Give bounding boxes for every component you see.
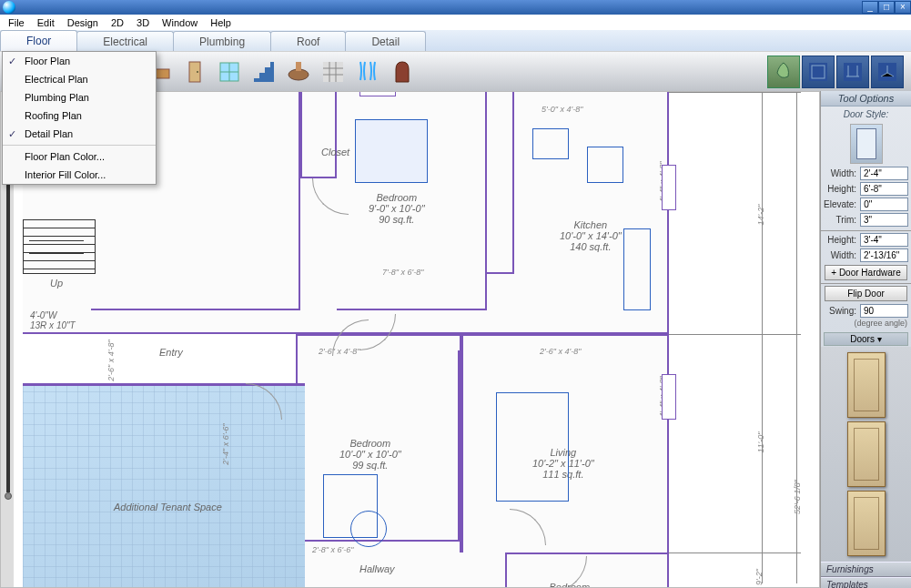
menu-item-label: Electrical Plan [25, 74, 88, 85]
menu-item-interior-fill[interactable]: Interior Fill Color... [3, 166, 156, 184]
kitchen-label: Kitchen10'-0" x 14'-0"140 sq.ft. [560, 219, 622, 252]
door-icon[interactable] [178, 56, 211, 88]
menu-item-electrical-plan[interactable]: Electrical Plan [3, 70, 156, 88]
ruler-handle[interactable] [5, 492, 12, 500]
menu-edit[interactable]: Edit [31, 16, 61, 29]
menu-item-floor-plan[interactable]: ✓Floor Plan [3, 52, 156, 70]
trim-input[interactable]: 3" [860, 213, 908, 227]
menu-item-label: Floor Plan Color... [25, 151, 105, 162]
panel-tab-furnishings[interactable]: Furnishings [821, 562, 911, 577]
grid-icon[interactable] [317, 56, 349, 88]
entry-label: Entry [159, 347, 183, 358]
elevate-input[interactable]: 0" [860, 198, 908, 211]
menu-file[interactable]: File [2, 16, 31, 29]
arch-door-icon[interactable] [386, 56, 419, 88]
menu-2d[interactable]: 2D [105, 16, 130, 29]
door-thumbnail-2[interactable] [847, 421, 886, 487]
bedroom2-label: Bedroom10'-0" x 10'-0"99 sq.ft. [339, 438, 401, 471]
window-icon[interactable] [213, 56, 246, 88]
menu-item-label: Interior Fill Color... [25, 169, 106, 180]
bedroom1-label: Bedroom9'-0" x 10'-0"90 sq.ft. [369, 192, 425, 225]
hallway-label: Hallway [359, 563, 395, 574]
svg-rect-14 [844, 63, 862, 81]
height2-input[interactable]: 3'-4" [860, 233, 908, 247]
width-input[interactable]: 2'-4" [860, 167, 908, 180]
menu-item-roofing-plan[interactable]: Roofing Plan [3, 106, 156, 125]
menu-window[interactable]: Window [156, 16, 204, 29]
menu-item-label: Plumbing Plan [25, 92, 89, 103]
fixture-icon[interactable] [282, 56, 315, 88]
dim-5-4-top: 5'-0" x 4'-8" [542, 105, 582, 114]
menu-3d[interactable]: 3D [130, 16, 156, 29]
menu-help[interactable]: Help [204, 16, 238, 29]
svg-point-5 [197, 71, 198, 73]
doors-palette-dropdown[interactable]: Doors ▾ [824, 332, 908, 346]
swing-unit: (degree angle) [821, 319, 911, 330]
svg-rect-10 [296, 62, 301, 71]
svg-rect-11 [323, 62, 343, 82]
staircase-icon[interactable] [248, 56, 280, 88]
svg-rect-4 [189, 62, 200, 82]
menu-bar: File Edit Design 2D 3D Window Help [0, 15, 911, 30]
menu-design[interactable]: Design [61, 16, 105, 29]
floor-plan-dropdown: ✓Floor Plan Electrical Plan Plumbing Pla… [2, 51, 157, 185]
flip-door-button[interactable]: Flip Door [825, 286, 907, 301]
door-thumbnail-1[interactable] [847, 352, 886, 418]
swing-input[interactable]: 90 [860, 304, 908, 318]
stairs-icon [23, 219, 96, 274]
door-style-label: Door Style: [821, 106, 911, 120]
design-tab-bar: Floor Electrical Plumbing Roof Detail [0, 30, 911, 51]
tab-detail[interactable]: Detail [345, 31, 426, 51]
curtain-icon[interactable] [351, 56, 384, 88]
dim-52-6: 52'-6 1/8" [793, 480, 802, 514]
menu-item-label: Floor Plan [25, 56, 70, 66]
width2-input[interactable]: 2'-13/16" [860, 248, 908, 262]
maximize-button[interactable]: □ [878, 1, 895, 14]
dim-9-2: 9'-2" [754, 569, 764, 585]
menu-item-floor-color[interactable]: Floor Plan Color... [3, 147, 156, 166]
blueprint-3d-icon[interactable] [871, 56, 904, 88]
menu-item-label: Roofing Plan [25, 110, 82, 121]
blueprint-elevation-icon[interactable] [836, 56, 869, 88]
window-buttons: _ □ × [862, 1, 911, 14]
tenant-label: Additional Tenant Space [114, 502, 222, 512]
tab-electrical[interactable]: Electrical [76, 31, 174, 51]
eco-icon[interactable] [767, 56, 800, 88]
tab-roof[interactable]: Roof [270, 31, 346, 51]
door-hardware-button[interactable]: + Door Hardware [825, 265, 907, 280]
tool-options-panel: Tool Options Door Style: Width:2'-4" Hei… [820, 91, 911, 588]
stairs-label: Up [50, 278, 63, 289]
close-button[interactable]: × [895, 1, 911, 14]
menu-item-plumbing-plan[interactable]: Plumbing Plan [3, 88, 156, 106]
door-style-preview[interactable] [850, 124, 883, 164]
menu-item-label: Detail Plan [25, 128, 73, 139]
panel-tab-templates[interactable]: Templates [821, 577, 911, 588]
minimize-button[interactable]: _ [862, 1, 878, 14]
dim-11-0: 11'-0" [756, 432, 765, 453]
blueprint-view-icon[interactable] [802, 56, 835, 88]
app-icon [3, 1, 15, 14]
menu-item-detail-plan[interactable]: ✓Detail Plan [3, 125, 156, 143]
title-bar: _ □ × [0, 0, 911, 15]
stairs-dim: 4'-0"W 13R x 10"T [30, 310, 76, 330]
tool-options-title: Tool Options [821, 91, 911, 106]
door-thumbnail-3[interactable] [847, 491, 886, 556]
closet-label: Closet [321, 147, 349, 157]
tab-floor[interactable]: Floor [0, 30, 77, 51]
tab-plumbing[interactable]: Plumbing [173, 31, 271, 51]
dim-14-2: 14'-2" [756, 205, 765, 226]
height-input[interactable]: 6'-8" [860, 182, 908, 196]
